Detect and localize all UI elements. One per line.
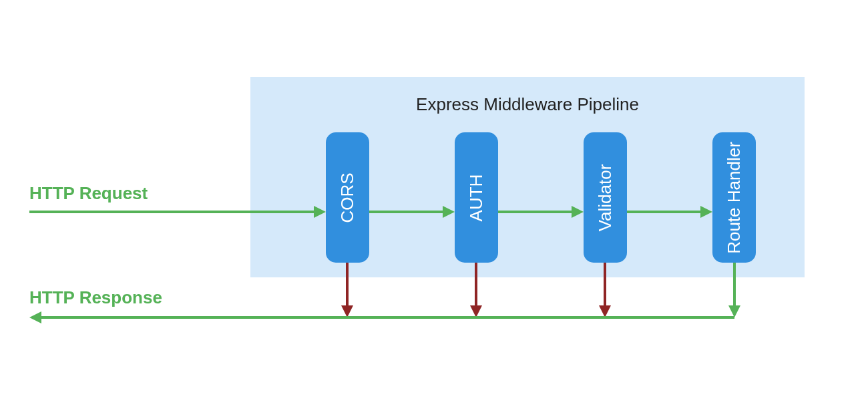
middleware-label: AUTH <box>466 174 486 222</box>
middleware-auth: AUTH <box>455 132 498 263</box>
middleware-label: Validator <box>595 164 615 231</box>
response-arrow-head <box>29 311 41 323</box>
middleware-label: CORS <box>337 172 357 223</box>
middleware-label: Route Handler <box>724 142 744 254</box>
middleware-route-handler: Route Handler <box>712 132 756 263</box>
pipeline-title: Express Middleware Pipeline <box>416 94 639 114</box>
svg-marker-17 <box>728 305 740 317</box>
http-request-label: HTTP Request <box>29 183 148 203</box>
svg-marker-15 <box>599 305 611 317</box>
http-response-label: HTTP Response <box>29 287 162 307</box>
middleware-cors: CORS <box>326 132 369 263</box>
middleware-validator: Validator <box>584 132 627 263</box>
svg-marker-11 <box>341 305 353 317</box>
svg-marker-13 <box>470 305 482 317</box>
